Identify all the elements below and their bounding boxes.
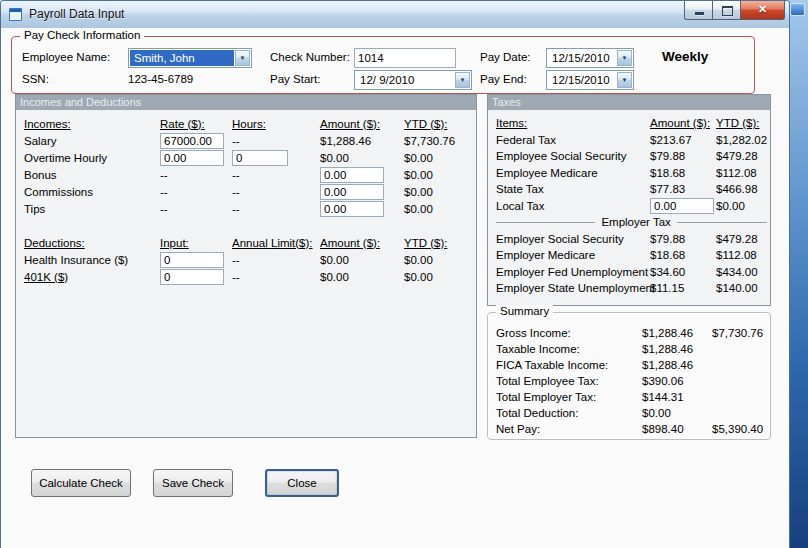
pay-date-label: Pay Date: [480,51,531,63]
overtime-hours-input[interactable] [232,150,288,166]
pay-start-label: Pay Start: [270,73,321,85]
app-icon [8,7,23,22]
employee-name-dropdown-button[interactable]: ▼ [235,50,250,66]
col-header-tax-ytd: YTD ($): [716,117,767,129]
col-header-incomes: Incomes: [24,118,160,130]
tips-amount-input[interactable] [320,201,384,217]
employee-ss-ytd: $479.28 [716,150,767,162]
summary-label-total-employee-tax: Total Employee Tax: [496,375,642,387]
401k-input[interactable] [160,269,224,285]
tips-ytd: $0.00 [404,203,455,215]
overtime-amount: $0.00 [320,152,404,164]
check-number-input[interactable] [354,48,456,68]
tips-hours: -- [232,203,320,215]
local-tax-input[interactable] [650,198,714,214]
pay-end-label: Pay End: [480,73,527,85]
deduction-label-health-insurance: Health Insurance ($) [24,254,160,266]
incomes-deductions-panel: Incomes and Deductions Incomes: Rate ($)… [15,94,477,438]
incomes-deductions-header: Incomes and Deductions [16,95,476,110]
col-header-items: Items: [496,117,650,129]
federal-tax-ytd: $1,282.02 [716,134,767,146]
col-header-ytd: YTD ($): [404,118,455,130]
health-insurance-input[interactable] [160,252,224,268]
employer-tax-label: Employer Tax [601,216,670,228]
commissions-amount-input[interactable] [320,184,384,200]
pay-start-dropdown-button[interactable]: ▼ [455,72,470,88]
titlebar[interactable]: Payroll Data Input ✕ [1,1,789,29]
employer-state-unemployment-ytd: $140.00 [716,282,767,294]
window-controls: ✕ [685,1,785,20]
employee-medicare-ytd: $112.08 [716,167,767,179]
total-employee-tax-amount: $390.06 [642,375,712,387]
taxes-grid: Items: Amount ($): YTD ($): Federal Tax … [496,115,767,297]
minimize-button[interactable] [684,1,713,20]
bonus-amount-input[interactable] [320,167,384,183]
income-label-salary: Salary [24,135,160,147]
commissions-rate: -- [160,186,232,198]
overtime-rate-input[interactable] [160,150,224,166]
col-header-deductions: Deductions: [24,237,160,249]
close-button[interactable]: ✕ [740,1,785,20]
paycheck-info-group: Pay Check Information Employee Name: Smi… [11,36,755,94]
health-insurance-limit: -- [232,254,320,266]
bonus-ytd: $0.00 [404,169,455,181]
tax-label-local: Local Tax [496,200,650,212]
employer-medicare-ytd: $112.08 [716,249,767,261]
salary-rate-input[interactable] [160,133,224,149]
salary-ytd: $7,730.76 [404,135,455,147]
form-client-area: Pay Check Information Employee Name: Smi… [1,28,789,548]
pay-end-value: 12/15/2010 [548,72,616,88]
pay-date-datepicker[interactable]: 12/15/2010 ▼ [546,48,634,68]
salary-amount: $1,288.46 [320,135,404,147]
employee-medicare-amount: $18.68 [650,167,716,179]
gross-income-ytd: $7,730.76 [712,327,763,339]
incomes-grid: Incomes: Rate ($): Hours: Amount ($): YT… [24,115,455,285]
pay-end-datepicker[interactable]: 12/15/2010 ▼ [546,70,634,90]
employer-state-unemployment-amount: $11.15 [650,282,716,294]
save-check-button[interactable]: Save Check [153,469,233,497]
chevron-down-icon: ▼ [236,55,249,61]
commissions-hours: -- [232,186,320,198]
payroll-window: Payroll Data Input ✕ Pay Check Informati… [0,0,790,548]
paycheck-info-group-title: Pay Check Information [20,29,144,41]
tax-label-employer-medicare: Employer Medicare [496,249,650,261]
col-header-ded-ytd: YTD ($): [404,237,455,249]
employee-name-label: Employee Name: [22,51,110,63]
state-tax-amount: $77.83 [650,183,716,195]
pay-date-dropdown-button[interactable]: ▼ [617,50,632,66]
col-header-annual-limit: Annual Limit($): [232,237,320,249]
commissions-ytd: $0.00 [404,186,455,198]
summary-label-total-employer-tax: Total Employer Tax: [496,391,642,403]
employer-ss-ytd: $479.28 [716,233,767,245]
total-deduction-amount: $0.00 [642,407,712,419]
tax-label-employee-ss: Employee Social Security [496,150,650,162]
tax-label-federal: Federal Tax [496,134,650,146]
maximize-button[interactable] [712,1,741,20]
local-tax-ytd: $0.00 [716,200,767,212]
income-label-overtime: Overtime Hourly [24,152,160,164]
employer-tax-separator: Employer Tax [496,216,767,228]
health-insurance-ytd: $0.00 [404,254,455,266]
employer-fed-unemployment-amount: $34.60 [650,266,716,278]
employer-medicare-amount: $18.68 [650,249,716,261]
deduction-401k-link[interactable]: 401K ($) [24,271,160,283]
chevron-down-icon: ▼ [618,55,631,61]
employee-name-select[interactable]: Smith, John ▼ [128,48,252,68]
bonus-hours: -- [232,169,320,181]
income-label-commissions: Commissions [24,186,160,198]
pay-start-datepicker[interactable]: 12/ 9/2010 ▼ [354,70,472,90]
col-header-hours: Hours: [232,118,320,130]
close-form-button[interactable]: Close [265,469,339,497]
overtime-ytd: $0.00 [404,152,455,164]
pay-frequency-label: Weekly [662,49,708,64]
pay-end-dropdown-button[interactable]: ▼ [617,72,632,88]
401k-limit: -- [232,271,320,283]
ssn-label: SSN: [22,73,49,85]
desktop-icon[interactable] [790,3,805,16]
taxable-income-amount: $1,288.46 [642,343,712,355]
pay-date-value: 12/15/2010 [548,50,616,66]
employee-ss-amount: $79.88 [650,150,716,162]
tax-label-employer-state-unemployment: Employer State Unemployment [496,282,650,294]
calculate-check-button[interactable]: Calculate Check [31,469,131,497]
summary-label-gross-income: Gross Income: [496,327,642,339]
